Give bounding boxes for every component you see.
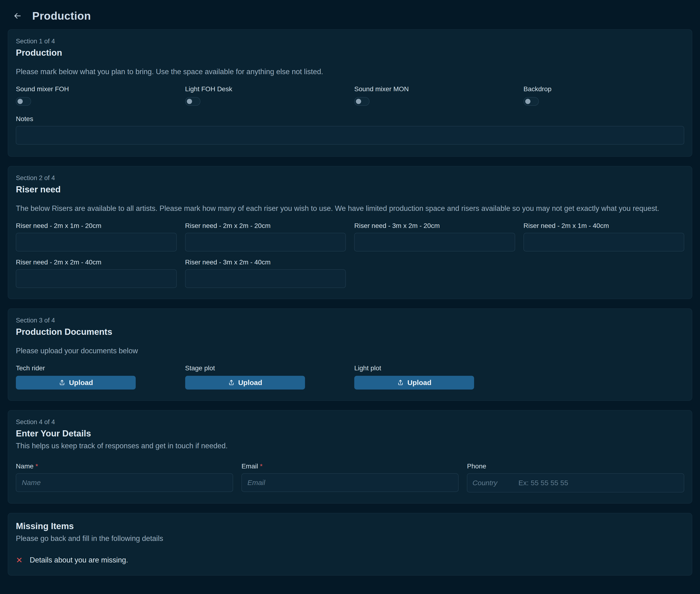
section-description: The below Risers are available to all ar… [16, 203, 684, 213]
name-field: Name * [16, 462, 233, 492]
riser-label: Riser need - 3m x 2m - 40cm [185, 259, 346, 266]
page-title: Production [32, 9, 91, 22]
upload-tech-rider-button[interactable]: Upload [16, 376, 136, 390]
toggle-grid: Sound mixer FOH Light FOH Desk Sound mix… [16, 85, 684, 106]
toggle-knob [187, 99, 192, 104]
phone-country-input[interactable] [467, 474, 512, 492]
toggle-sound-mixer-foh[interactable] [16, 97, 31, 106]
toggle-field-sound-mixer-mon: Sound mixer MON [354, 85, 515, 106]
upload-button-label: Upload [69, 378, 93, 387]
label-text: Name [16, 462, 34, 470]
toggle-field-sound-mixer-foh: Sound mixer FOH [16, 85, 177, 106]
toggle-knob [18, 99, 23, 104]
phone-label: Phone [467, 462, 684, 470]
required-asterisk: * [36, 462, 38, 470]
riser-2x2-20-input[interactable] [185, 233, 346, 252]
section-documents-card: Section 3 of 4 Production Documents Plea… [8, 308, 692, 401]
toggle-knob [525, 99, 530, 104]
upload-light-plot-button[interactable]: Upload [354, 376, 474, 390]
email-input[interactable] [242, 473, 459, 492]
label-text: Phone [467, 462, 486, 470]
riser-label: Riser need - 2m x 2m - 40cm [16, 259, 177, 266]
upload-icon [397, 379, 404, 386]
missing-item-row: ✕ Details about you are missing. [16, 556, 684, 564]
upload-grid: Tech rider Upload Stage plot Upload [16, 364, 684, 390]
section-step-label: Section 3 of 4 [16, 317, 684, 324]
riser-grid: Riser need - 2m x 1m - 20cm Riser need -… [16, 222, 684, 288]
phone-number-input[interactable] [512, 474, 684, 492]
riser-3x2-20-input[interactable] [354, 233, 515, 252]
production-form-page: Production Section 1 of 4 Production Ple… [0, 0, 700, 575]
section-production-card: Section 1 of 4 Production Please mark be… [8, 29, 692, 157]
upload-label: Light plot [354, 364, 515, 372]
missing-items-title: Missing Items [16, 521, 684, 531]
upload-label: Tech rider [16, 364, 177, 372]
notes-field: Notes [16, 115, 684, 145]
toggle-label: Light FOH Desk [185, 85, 346, 93]
notes-label: Notes [16, 115, 684, 123]
phone-field: Phone [467, 462, 684, 492]
riser-2x1-40-input[interactable] [524, 233, 685, 252]
section-description: Please upload your documents below [16, 346, 684, 356]
x-icon: ✕ [16, 556, 23, 564]
riser-label: Riser need - 2m x 2m - 20cm [185, 222, 346, 230]
missing-item-text: Details about you are missing. [30, 556, 128, 564]
riser-label: Riser need - 2m x 1m - 20cm [16, 222, 177, 230]
toggle-backdrop[interactable] [524, 97, 539, 106]
section-step-label: Section 4 of 4 [16, 419, 684, 426]
upload-field-light-plot: Light plot Upload [354, 364, 515, 390]
riser-field: Riser need - 2m x 2m - 40cm [16, 259, 177, 288]
page-header: Production [0, 0, 700, 29]
upload-stage-plot-button[interactable]: Upload [185, 376, 305, 390]
email-field: Email * [242, 462, 459, 492]
upload-field-tech-rider: Tech rider Upload [16, 364, 177, 390]
section-step-label: Section 2 of 4 [16, 174, 684, 182]
upload-button-label: Upload [238, 378, 262, 387]
section-title: Riser need [16, 185, 684, 195]
riser-label: Riser need - 3m x 2m - 20cm [354, 222, 515, 230]
phone-input-group [467, 473, 684, 492]
details-grid: Name * Email * Phone [16, 462, 684, 492]
upload-label: Stage plot [185, 364, 346, 372]
riser-label: Riser need - 2m x 1m - 40cm [524, 222, 685, 230]
notes-input[interactable] [16, 126, 684, 144]
upload-button-label: Upload [407, 378, 431, 387]
section-riser-card: Section 2 of 4 Riser need The below Rise… [8, 166, 692, 299]
riser-2x1-20-input[interactable] [16, 233, 177, 252]
upload-field-stage-plot: Stage plot Upload [185, 364, 346, 390]
toggle-label: Sound mixer MON [354, 85, 515, 93]
arrow-left-icon [13, 11, 22, 21]
email-label: Email * [242, 462, 459, 470]
riser-field: Riser need - 2m x 2m - 20cm [185, 222, 346, 252]
back-button[interactable] [12, 10, 23, 22]
label-text: Email [242, 462, 258, 470]
section-step-label: Section 1 of 4 [16, 38, 684, 45]
required-asterisk: * [260, 462, 262, 470]
riser-field: Riser need - 2m x 1m - 40cm [524, 222, 685, 252]
section-title: Production [16, 48, 684, 58]
riser-3x2-40-input[interactable] [185, 269, 346, 288]
riser-field: Riser need - 3m x 2m - 20cm [354, 222, 515, 252]
name-label: Name * [16, 462, 233, 470]
section-description: Please mark below what you plan to bring… [16, 67, 684, 77]
section-description: This helps us keep track of responses an… [16, 441, 684, 451]
name-input[interactable] [16, 473, 233, 492]
section-details-card: Section 4 of 4 Enter Your Details This h… [8, 410, 692, 504]
toggle-label: Backdrop [524, 85, 685, 93]
toggle-light-foh-desk[interactable] [185, 97, 200, 106]
missing-items-description: Please go back and fill in the following… [16, 534, 684, 543]
toggle-field-backdrop: Backdrop [524, 85, 685, 106]
missing-items-card: Missing Items Please go back and fill in… [8, 513, 692, 575]
riser-field: Riser need - 2m x 1m - 20cm [16, 222, 177, 252]
section-title: Enter Your Details [16, 429, 684, 438]
toggle-field-light-foh-desk: Light FOH Desk [185, 85, 346, 106]
toggle-label: Sound mixer FOH [16, 85, 177, 93]
upload-icon [228, 379, 235, 386]
section-title: Production Documents [16, 327, 684, 337]
toggle-knob [356, 99, 361, 104]
riser-2x2-40-input[interactable] [16, 269, 177, 288]
riser-field: Riser need - 3m x 2m - 40cm [185, 259, 346, 288]
toggle-sound-mixer-mon[interactable] [354, 97, 370, 106]
upload-icon [59, 379, 66, 386]
